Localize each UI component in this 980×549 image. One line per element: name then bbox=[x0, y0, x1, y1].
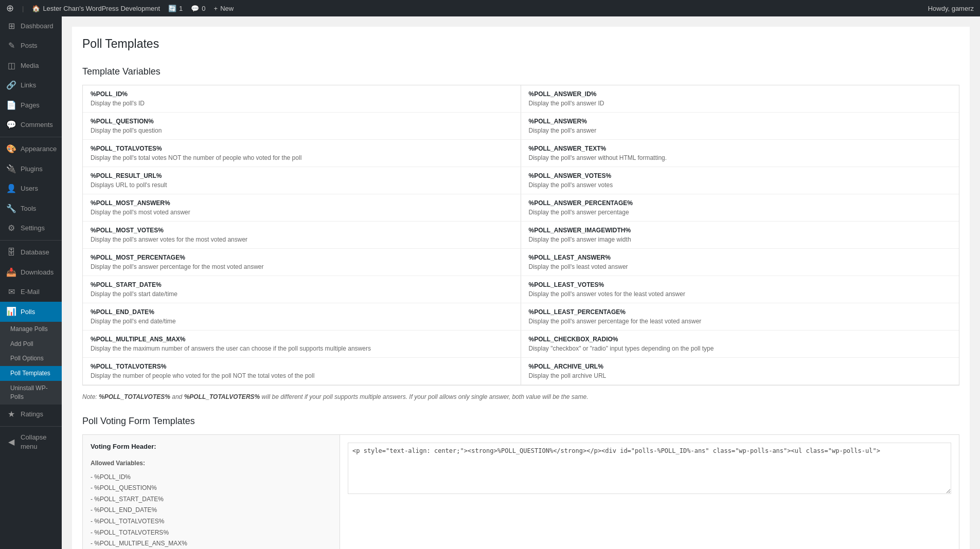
voting-form-heading: Poll Voting Form Templates bbox=[82, 411, 959, 427]
template-vars-heading: Template Variables bbox=[82, 61, 959, 77]
sidebar-item-email[interactable]: ✉ E-Mail bbox=[0, 282, 62, 302]
template-vars-grid: %POLL_ID%Display the poll's ID%POLL_ANSW… bbox=[82, 85, 959, 386]
var-cell-left: %POLL_ID%Display the poll's ID bbox=[83, 85, 521, 113]
sidebar-item-media[interactable]: ◫ Media bbox=[0, 56, 62, 76]
comments-menu-icon: 💬 bbox=[6, 119, 16, 131]
note-text: Note: %POLL_TOTALVOTES% and %POLL_TOTALV… bbox=[82, 393, 959, 400]
home-icon: 🏠 bbox=[32, 5, 40, 12]
var-cell-right: %POLL_ANSWER_VOTES%Display the poll's an… bbox=[521, 167, 959, 194]
allowed-var-item: - %POLL_MULTIPLE_ANS_MAX% bbox=[91, 538, 332, 549]
collapse-icon: ◀ bbox=[6, 436, 16, 448]
ratings-icon: ★ bbox=[6, 409, 16, 420]
sidebar-item-ratings[interactable]: ★ Ratings bbox=[0, 405, 62, 424]
allowed-var-item: - %POLL_START_DATE% bbox=[91, 494, 332, 505]
dashboard-icon: ⊞ bbox=[6, 21, 16, 32]
posts-icon: ✎ bbox=[6, 40, 16, 51]
var-cell-left: %POLL_QUESTION%Display the poll's questi… bbox=[83, 113, 521, 140]
sidebar-item-database[interactable]: 🗄 Database bbox=[0, 243, 62, 262]
var-cell-right: %POLL_ANSWER_ID%Display the poll's answe… bbox=[521, 85, 959, 113]
appearance-icon: 🎨 bbox=[6, 143, 16, 155]
comments-link[interactable]: 💬 0 bbox=[191, 5, 205, 12]
voting-form-row: Voting Form Header: Allowed Variables: -… bbox=[82, 434, 959, 549]
var-cell-right: %POLL_CHECKBOX_RADIO%Display "checkbox" … bbox=[521, 331, 959, 358]
var-cell-right: %POLL_ANSWER_PERCENTAGE%Display the poll… bbox=[521, 194, 959, 222]
var-cell-right: %POLL_ANSWER%Display the poll's answer bbox=[521, 113, 959, 140]
var-cell-left: %POLL_TOTALVOTES%Display the poll's tota… bbox=[83, 140, 521, 167]
voting-form-section: Voting Form Header: Allowed Variables: -… bbox=[82, 434, 959, 549]
allowed-var-item: - %POLL_TOTALVOTES% bbox=[91, 516, 332, 527]
sidebar-item-appearance[interactable]: 🎨 Appearance bbox=[0, 139, 62, 159]
sidebar-item-comments[interactable]: 💬 Comments bbox=[0, 115, 62, 135]
var-cell-left: %POLL_MOST_ANSWER%Display the poll's mos… bbox=[83, 194, 521, 222]
pages-icon: 📄 bbox=[6, 100, 16, 111]
voting-form-header-label: Voting Form Header: bbox=[91, 443, 332, 450]
new-content-link[interactable]: + New bbox=[214, 5, 234, 12]
var-cell-left: %POLL_END_DATE%Display the poll's end da… bbox=[83, 303, 521, 331]
polls-icon: 📊 bbox=[6, 306, 16, 317]
database-icon: 🗄 bbox=[6, 247, 16, 258]
tools-icon: 🔧 bbox=[6, 203, 16, 214]
sidebar-item-polls[interactable]: 📊 Polls bbox=[0, 302, 62, 321]
sidebar-item-links[interactable]: 🔗 Links bbox=[0, 76, 62, 95]
admin-bar-separator: | bbox=[22, 5, 24, 12]
var-cell-left: %POLL_MOST_PERCENTAGE%Display the poll's… bbox=[83, 249, 521, 276]
sidebar-subitem-poll-options[interactable]: Poll Options bbox=[0, 351, 62, 366]
updates-icon: 🔄 bbox=[168, 5, 176, 12]
allowed-var-item: - %POLL_TOTALVOTERS% bbox=[91, 527, 332, 539]
content-wrap: Poll Templates Template Variables %POLL_… bbox=[72, 27, 970, 549]
allowed-vars: Allowed Variables: - %POLL_ID%- %POLL_QU… bbox=[91, 458, 332, 549]
var-cell-left: %POLL_TOTALVOTERS%Display the number of … bbox=[83, 358, 521, 385]
admin-menu: ⊞ Dashboard ✎ Posts ◫ Media 🔗 Links 📄 Pa… bbox=[0, 16, 62, 549]
var-cell-left: %POLL_START_DATE%Display the poll's star… bbox=[83, 276, 521, 303]
var-cell-left: %POLL_RESULT_URL%Displays URL to poll's … bbox=[83, 167, 521, 194]
sidebar-item-dashboard[interactable]: ⊞ Dashboard bbox=[0, 16, 62, 36]
howdy-text: Howdy, gamerz bbox=[928, 5, 974, 12]
sidebar-subitem-uninstall[interactable]: Uninstall WP-Polls bbox=[0, 381, 62, 405]
media-icon: ◫ bbox=[6, 60, 16, 71]
form-template-input-col bbox=[340, 435, 959, 549]
var-cell-right: %POLL_ARCHIVE_URL%Display the poll archi… bbox=[521, 358, 959, 385]
form-template-label-col: Voting Form Header: Allowed Variables: -… bbox=[83, 435, 340, 549]
downloads-icon: 📥 bbox=[6, 267, 16, 278]
sidebar-collapse[interactable]: ◀ Collapse menu bbox=[0, 429, 62, 455]
settings-icon: ⚙ bbox=[6, 223, 16, 234]
sidebar-item-plugins[interactable]: 🔌 Plugins bbox=[0, 159, 62, 179]
sidebar-subitem-add-poll[interactable]: Add Poll bbox=[0, 337, 62, 352]
var-cell-left: %POLL_MULTIPLE_ANS_MAX%Display the the m… bbox=[83, 331, 521, 358]
links-icon: 🔗 bbox=[6, 80, 16, 91]
allowed-var-item: - %POLL_ID% bbox=[91, 472, 332, 483]
sidebar-item-tools[interactable]: 🔧 Tools bbox=[0, 199, 62, 218]
var-cell-right: %POLL_LEAST_ANSWER%Display the poll's le… bbox=[521, 249, 959, 276]
sidebar-item-pages[interactable]: 📄 Pages bbox=[0, 96, 62, 115]
var-cell-right: %POLL_LEAST_VOTES%Display the poll's ans… bbox=[521, 276, 959, 303]
email-icon: ✉ bbox=[6, 286, 16, 298]
voting-form-header-textarea[interactable] bbox=[348, 443, 951, 494]
sidebar-item-users[interactable]: 👤 Users bbox=[0, 179, 62, 198]
wp-logo-icon[interactable]: ⊕ bbox=[6, 3, 14, 14]
plus-icon: + bbox=[214, 5, 218, 12]
site-name[interactable]: 🏠 Lester Chan's WordPress Development bbox=[32, 5, 160, 12]
var-cell-right: %POLL_ANSWER_TEXT%Display the poll's ans… bbox=[521, 140, 959, 167]
main-content: Poll Templates Template Variables %POLL_… bbox=[62, 16, 980, 549]
sidebar-subitem-poll-templates[interactable]: Poll Templates bbox=[0, 366, 62, 381]
sidebar-item-downloads[interactable]: 📥 Downloads bbox=[0, 263, 62, 282]
users-icon: 👤 bbox=[6, 183, 16, 194]
allowed-vars-list: - %POLL_ID%- %POLL_QUESTION%- %POLL_STAR… bbox=[91, 472, 332, 549]
allowed-var-item: - %POLL_END_DATE% bbox=[91, 505, 332, 516]
comments-icon: 💬 bbox=[191, 5, 199, 12]
var-cell-left: %POLL_MOST_VOTES%Display the poll's answ… bbox=[83, 222, 521, 249]
sidebar-subitem-manage-polls[interactable]: Manage Polls bbox=[0, 322, 62, 337]
admin-bar: ⊕ | 🏠 Lester Chan's WordPress Developmen… bbox=[0, 0, 980, 16]
allowed-vars-title: Allowed Variables: bbox=[91, 458, 332, 469]
allowed-var-item: - %POLL_QUESTION% bbox=[91, 483, 332, 494]
updates-link[interactable]: 🔄 1 bbox=[168, 5, 183, 12]
plugins-icon: 🔌 bbox=[6, 163, 16, 175]
sidebar-item-settings[interactable]: ⚙ Settings bbox=[0, 218, 62, 238]
sidebar-item-posts[interactable]: ✎ Posts bbox=[0, 36, 62, 56]
page-title: Poll Templates bbox=[82, 37, 959, 51]
var-cell-right: %POLL_LEAST_PERCENTAGE%Display the poll'… bbox=[521, 303, 959, 331]
var-cell-right: %POLL_ANSWER_IMAGEWIDTH%Display the poll… bbox=[521, 222, 959, 249]
